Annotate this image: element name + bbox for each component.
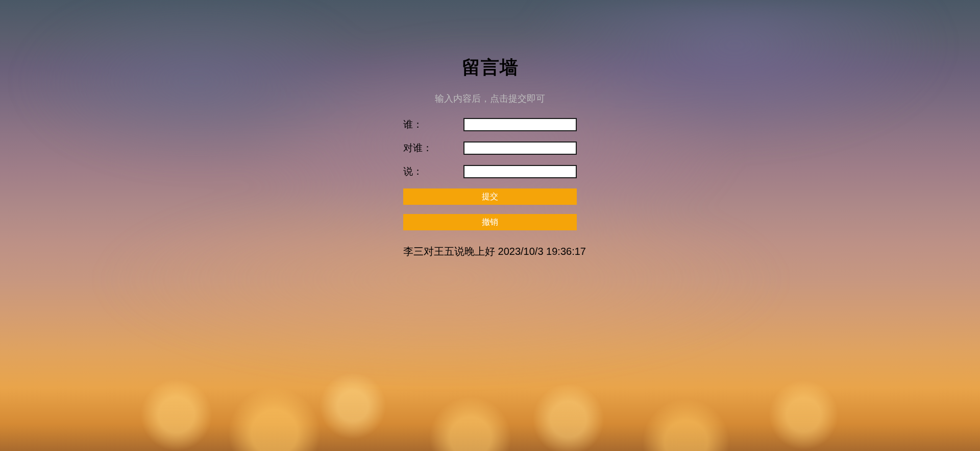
who-input[interactable] bbox=[463, 118, 577, 131]
who-label: 谁： bbox=[403, 118, 463, 131]
page-subtitle: 输入内容后，点击提交即可 bbox=[403, 92, 577, 105]
say-input[interactable] bbox=[463, 165, 577, 178]
say-label: 说： bbox=[403, 165, 463, 178]
undo-button[interactable]: 撤销 bbox=[403, 214, 577, 230]
to-input[interactable] bbox=[463, 141, 577, 155]
message-item: 李三对王五说晚上好 2023/10/3 19:36:17 bbox=[403, 245, 577, 258]
to-label: 对谁： bbox=[403, 141, 463, 155]
to-row: 对谁： bbox=[403, 141, 577, 155]
say-row: 说： bbox=[403, 165, 577, 178]
message-wall-panel: 留言墙 输入内容后，点击提交即可 谁： 对谁： 说： 提交 撤销 李三对王五说晚… bbox=[403, 0, 577, 258]
who-row: 谁： bbox=[403, 118, 577, 131]
page-title: 留言墙 bbox=[403, 55, 577, 80]
submit-button[interactable]: 提交 bbox=[403, 188, 577, 205]
